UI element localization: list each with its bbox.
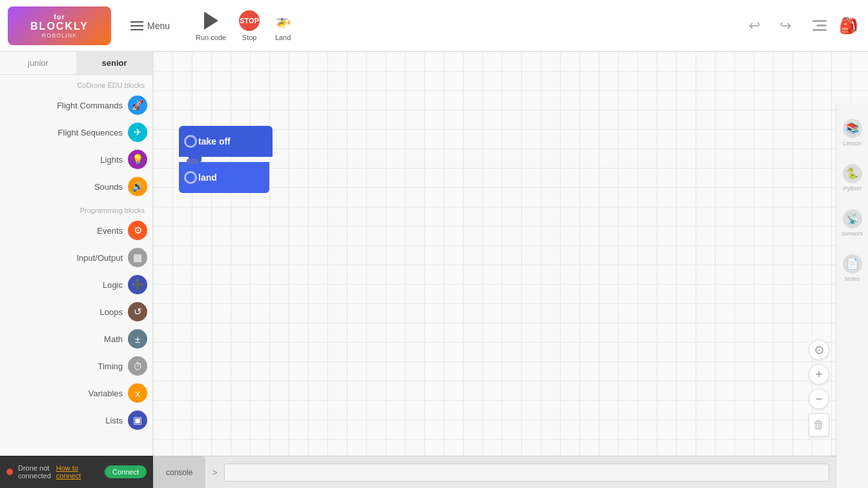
sensors-panel-button[interactable]: 📡 Sensors [836,200,869,245]
take-off-label: take off [198,136,231,147]
view-options-button[interactable] [806,15,827,36]
workspace-controls: ⊙ + − 🗑 [809,340,829,436]
loops-icon: ↺ [128,302,147,321]
sidebar-item-math[interactable]: Math ± [0,325,152,352]
sidebar: junior senior CoDrone EDU blocks Flight … [0,52,153,488]
run-code-label: Run code [196,34,226,41]
menu-label: Menu [147,21,170,31]
menu-button[interactable]: Menu [124,17,176,35]
variables-label: Variables [88,389,123,398]
lesson-icon: 📚 [843,119,862,138]
stop-button[interactable]: STOP Stop [239,10,260,41]
sidebar-item-timing[interactable]: Timing ⏱ [0,352,152,380]
take-off-block[interactable]: take off [179,126,273,157]
zoom-out-button[interactable]: − [809,389,829,409]
flight-sequences-label: Flight Sequences [58,128,123,137]
logo-for: for [54,13,65,21]
sidebar-item-input-output[interactable]: Input/Output ▦ [0,244,152,271]
sidebar-item-flight-sequences[interactable]: Flight Sequences ✈ [0,119,152,146]
python-label: Python [843,185,861,192]
loops-label: Loops [100,307,123,317]
hamburger-icon [130,21,143,30]
logo-brand: BLOCKLY [30,21,88,32]
redo-button[interactable]: ↪ [775,15,796,36]
sidebar-item-events[interactable]: Events ⚙ [0,217,152,244]
backpack-button[interactable]: 🎒 [837,14,860,37]
app-logo: for BLOCKLY ROBOLINK [8,6,111,45]
console-panel: console > [153,456,836,488]
play-triangle-icon [204,12,218,30]
input-output-icon: ▦ [128,248,147,267]
sensors-label: Sensors [842,230,863,237]
flight-sequences-icon: ✈ [128,123,147,142]
events-icon: ⚙ [128,221,147,240]
sensors-icon: 📡 [843,209,862,229]
section-codrone-label: CoDrone EDU blocks [0,75,152,92]
timing-label: Timing [98,361,123,371]
lights-icon: 💡 [128,150,147,169]
events-label: Events [97,226,123,236]
land-block[interactable]: land [179,162,269,193]
notes-label: Notes [845,276,860,282]
reset-view-button[interactable]: ⊙ [809,340,829,360]
main-content: junior senior CoDrone EDU blocks Flight … [0,52,868,488]
tab-junior[interactable]: junior [0,52,76,74]
sidebar-item-flight-commands[interactable]: Flight Commands 🚀 [0,92,152,119]
land-label: land [198,172,217,183]
math-label: Math [104,334,123,344]
sidebar-tabs: junior senior [0,52,152,75]
block-notch [187,159,198,164]
connection-status-dot [6,469,13,475]
sidebar-item-variables[interactable]: Variables x [0,380,152,407]
python-panel-button[interactable]: 🐍 Python [836,155,869,200]
tab-senior[interactable]: senior [76,52,152,74]
sidebar-item-sounds[interactable]: Sounds 🔊 [0,173,152,200]
console-input[interactable] [224,463,829,482]
sounds-icon: 🔊 [128,177,147,196]
sidebar-item-lights[interactable]: Lights 💡 [0,146,152,173]
lesson-panel-button[interactable]: 📚 Lesson [836,110,869,155]
land-label: Land [275,34,291,41]
sidebar-item-loops[interactable]: Loops ↺ [0,298,152,325]
lights-label: Lights [100,155,123,165]
console-tab[interactable]: console [153,456,205,488]
run-code-button[interactable]: Run code [196,10,226,41]
lists-icon: ▣ [128,411,147,430]
land-button[interactable]: 🚁 Land [273,10,293,41]
console-chevron-icon: > [205,467,223,478]
flight-commands-icon: 🚀 [128,96,147,115]
toolbar: for BLOCKLY ROBOLINK Menu Run code STOP … [0,0,868,52]
lesson-label: Lesson [843,140,862,147]
sidebar-item-logic[interactable]: Logic ➕ [0,271,152,298]
sounds-label: Sounds [94,182,123,192]
toolbar-actions: Run code STOP Stop 🚁 Land [196,10,293,41]
flight-commands-label: Flight Commands [57,101,123,110]
logic-icon: ➕ [128,275,147,294]
logo-sub: ROBOLINK [42,32,78,39]
land-icon: 🚁 [273,10,293,31]
zoom-in-button[interactable]: + [809,364,829,385]
notes-icon: 📄 [843,254,862,274]
stop-label: Stop [242,34,257,41]
section-programming-label: Programming blocks [0,200,152,217]
block-group: take off land [179,126,273,193]
input-output-label: Input/Output [76,253,123,263]
lists-label: Lists [105,416,123,425]
toolbar-right: ↩ ↪ 🎒 [744,14,860,37]
sidebar-item-lists[interactable]: Lists ▣ [0,407,152,434]
workspace[interactable]: take off land ⊙ + − 🗑 [153,52,868,488]
notes-panel-button[interactable]: 📄 Notes [836,245,869,290]
undo-button[interactable]: ↩ [744,15,765,36]
math-icon: ± [128,329,147,349]
variables-icon: x [128,383,147,403]
timing-icon: ⏱ [128,356,147,376]
connect-button[interactable]: Connect [105,465,147,478]
connection-status-text: Drone not connected [18,464,51,480]
right-panel: 📚 Lesson 🐍 Python 📡 Sensors 📄 Notes [836,103,868,488]
python-icon: 🐍 [843,164,862,183]
stop-icon: STOP [239,10,260,31]
trash-button[interactable]: 🗑 [809,413,829,436]
status-bar: Drone not connected How to connect Conne… [0,456,153,488]
how-to-connect-link[interactable]: How to connect [56,464,99,480]
logic-label: Logic [103,280,123,290]
